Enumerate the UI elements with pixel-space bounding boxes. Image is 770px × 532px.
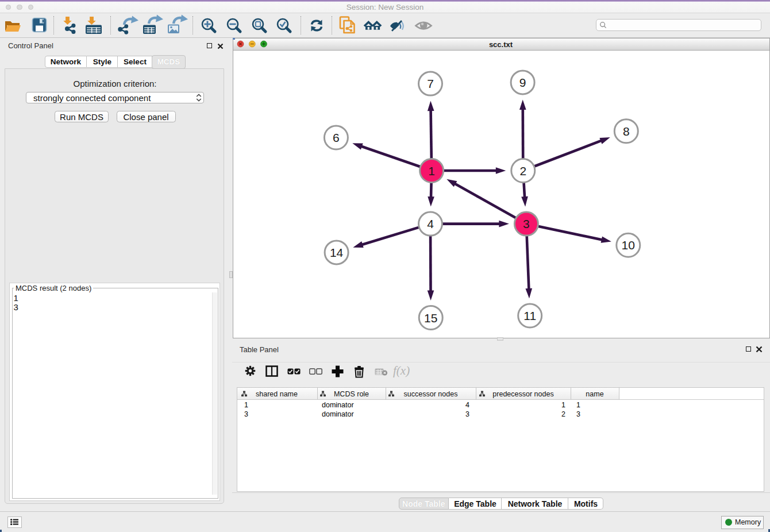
svg-text:7: 7	[427, 77, 434, 90]
svg-text:15: 15	[424, 311, 437, 325]
svg-text:10: 10	[621, 238, 634, 252]
svg-text:3: 3	[523, 217, 530, 230]
svg-text:11: 11	[523, 309, 536, 322]
svg-text:6: 6	[333, 131, 340, 144]
svg-text:2: 2	[519, 164, 526, 178]
svg-text:8: 8	[622, 125, 629, 138]
svg-text:1: 1	[428, 164, 435, 178]
svg-text:4: 4	[427, 217, 434, 230]
svg-text:14: 14	[329, 246, 343, 259]
svg-text:9: 9	[519, 76, 526, 89]
